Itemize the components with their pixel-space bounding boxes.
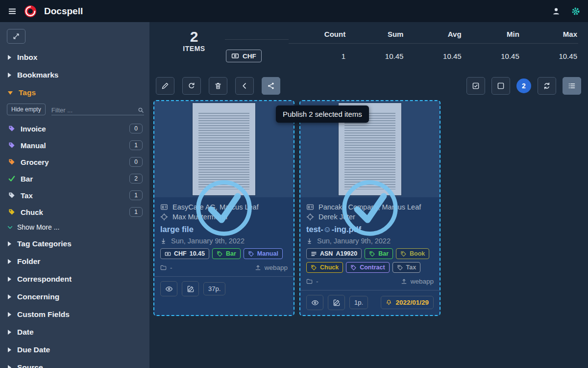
menu-icon[interactable] xyxy=(8,7,17,16)
tag-row-chuck[interactable]: Chuck 1 xyxy=(0,204,149,220)
tag-row-tax[interactable]: Tax 1 xyxy=(0,187,149,204)
sidebar-item-date[interactable]: Date xyxy=(0,323,149,341)
tag-icon xyxy=(311,264,317,271)
stats-header-count: Count xyxy=(289,28,346,44)
view-item-button[interactable] xyxy=(160,281,177,296)
sidebar-item-due-date[interactable]: Due Date xyxy=(0,341,149,359)
sidebar-item-inbox[interactable]: Inbox xyxy=(0,49,149,66)
stats-header-empty xyxy=(225,32,289,40)
reprocess-icon-button[interactable] xyxy=(182,77,201,95)
back-button[interactable] xyxy=(235,77,254,95)
chevron-right-icon xyxy=(8,312,11,317)
concerning-name: Derek Jeter xyxy=(318,213,355,221)
item-title[interactable]: test-☺-ing.pdf xyxy=(306,225,434,234)
gear-icon[interactable] xyxy=(571,7,580,16)
date-icon xyxy=(160,238,167,244)
item-cards: EasyCare AG, Marcus Leaf Max Mustermann … xyxy=(149,95,588,321)
sidebar-item-label: Correspondent xyxy=(17,275,72,284)
search-icon xyxy=(138,107,144,113)
tag-count-badge: 1 xyxy=(129,140,143,150)
expand-sidebar-button[interactable] xyxy=(7,29,25,44)
edit-item-button[interactable] xyxy=(328,295,345,310)
upload-icon xyxy=(401,278,407,285)
chevron-down-icon xyxy=(8,91,13,95)
folder-icon xyxy=(306,278,313,285)
tag-badge-chuck[interactable]: Chuck xyxy=(306,262,343,273)
id-card-icon xyxy=(306,203,314,211)
select-all-button[interactable] xyxy=(466,77,485,95)
items-count-block: 2 ITEMS xyxy=(180,29,208,53)
sidebar-item-folder[interactable]: Folder xyxy=(0,253,149,270)
badge-row: ASNA19920 Bar Book Chuck xyxy=(306,248,434,273)
tag-icon xyxy=(8,125,16,132)
invert-selection-button[interactable] xyxy=(538,77,556,95)
tag-badge-manual[interactable]: Manual xyxy=(244,248,283,259)
asn-badge: ASNA19920 xyxy=(306,248,362,259)
tag-row-bar[interactable]: Bar 2 xyxy=(0,170,149,187)
sidebar-item-bookmarks[interactable]: Bookmarks xyxy=(0,66,149,84)
edit-item-button[interactable] xyxy=(182,281,199,296)
sidebar-item-source[interactable]: Source xyxy=(0,359,149,368)
correspondent-row: EasyCare AG, Marcus Leaf xyxy=(160,203,288,211)
page-count-badge: 1p. xyxy=(349,296,368,309)
hide-empty-button[interactable]: Hide empty xyxy=(7,104,46,115)
item-card-large-file[interactable]: EasyCare AG, Marcus Leaf Max Mustermann … xyxy=(153,100,294,316)
chevron-right-icon xyxy=(8,330,11,335)
item-title[interactable]: large file xyxy=(160,225,288,234)
edit-icon xyxy=(333,299,341,307)
person-icon xyxy=(160,213,168,221)
share-publish-button[interactable] xyxy=(262,77,280,95)
chevron-right-icon xyxy=(8,55,11,60)
id-card-icon xyxy=(160,203,168,211)
stats-header-min: Min xyxy=(463,28,520,44)
tag-row-grocery[interactable]: Grocery 0 xyxy=(0,154,149,170)
folder-icon xyxy=(160,264,167,271)
tag-badge-book[interactable]: Book xyxy=(396,248,429,259)
delete-selected-button[interactable] xyxy=(209,77,227,95)
edit-selected-button[interactable] xyxy=(156,77,174,95)
item-date: Sun, January 9th, 2022 xyxy=(317,237,391,245)
tag-icon xyxy=(397,264,403,271)
top-navbar: Docspell xyxy=(0,0,588,22)
tag-row-invoice[interactable]: Invoice 0 xyxy=(0,120,149,137)
folder-value: - xyxy=(316,278,318,285)
chevron-right-icon xyxy=(8,277,11,282)
deselect-all-button[interactable] xyxy=(491,77,510,95)
tag-icon xyxy=(8,191,16,199)
view-item-button[interactable] xyxy=(306,295,323,310)
tag-badge-tax[interactable]: Tax xyxy=(392,262,421,273)
user-icon[interactable] xyxy=(552,7,561,16)
item-date-row: Sun, January 9th, 2022 xyxy=(306,237,434,245)
person-icon xyxy=(306,213,314,221)
banknote-icon xyxy=(231,52,239,60)
tag-row-manual[interactable]: Manual 1 xyxy=(0,137,149,154)
source-cell: webapp xyxy=(401,278,434,285)
concerning-row: Derek Jeter xyxy=(306,213,434,221)
source-value: webapp xyxy=(265,264,288,271)
document-preview xyxy=(154,101,294,197)
sidebar-item-label: Custom Fields xyxy=(17,310,70,319)
chevron-down-icon xyxy=(7,224,13,231)
currency-cell: CHF xyxy=(225,44,289,64)
card-actions: 37p. xyxy=(154,276,294,301)
folder-cell: - xyxy=(160,264,172,271)
tag-filter-row: Hide empty xyxy=(0,102,149,120)
bell-icon xyxy=(386,299,392,306)
tag-badge-bar[interactable]: Bar xyxy=(212,248,241,259)
tag-badge-contract[interactable]: Contract xyxy=(346,262,389,273)
item-card-test-pdf[interactable]: Pancake Company, Marcus Leaf Derek Jeter… xyxy=(299,100,441,316)
sidebar-item-tag-categories[interactable]: Tag Categories xyxy=(0,235,149,253)
chevron-right-icon xyxy=(8,241,11,246)
list-view-button[interactable] xyxy=(563,77,581,95)
tag-icon xyxy=(350,264,357,271)
sidebar-item-label: Source xyxy=(17,363,43,368)
sidebar-item-concerning[interactable]: Concerning xyxy=(0,288,149,306)
sidebar-item-correspondent[interactable]: Correspondent xyxy=(0,270,149,288)
show-more-link[interactable]: Show More ... xyxy=(0,220,149,235)
stats-header-max: Max xyxy=(520,28,578,44)
sidebar-item-custom-fields[interactable]: Custom Fields xyxy=(0,306,149,323)
tag-filter-input[interactable] xyxy=(51,106,138,114)
sidebar-item-tags[interactable]: Tags xyxy=(0,84,149,102)
tag-badge-bar[interactable]: Bar xyxy=(365,248,393,259)
stats-value-avg: 10.45 xyxy=(404,46,462,62)
